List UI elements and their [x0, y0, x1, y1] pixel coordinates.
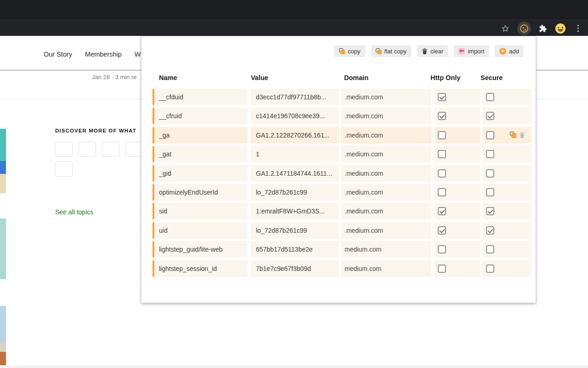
cookie-domain-cell[interactable]: .medium.com	[341, 203, 431, 219]
cookie-row[interactable]: _ga GA1.2.1228270266.161... .medium.com	[141, 127, 536, 144]
cookie-extension-icon[interactable]	[517, 22, 531, 35]
cookie-row[interactable]: __cfduid d3ecc1d77df97711b8b... .medium.…	[141, 89, 536, 105]
cookie-domain-cell[interactable]: .medium.com	[341, 146, 431, 162]
cookie-value-cell[interactable]: c1414e196708c9ee39...	[251, 108, 339, 124]
http-only-checkbox[interactable]	[438, 169, 446, 178]
cookie-row[interactable]: uid lo_72d87b261c99 .medium.com	[141, 222, 536, 239]
add-button[interactable]: + add	[495, 45, 524, 57]
secure-checkbox[interactable]	[486, 150, 494, 158]
cookie-value-cell[interactable]: lo_72d87b261c99	[251, 222, 339, 239]
row-delete-icon[interactable]	[519, 132, 525, 138]
article-image-sliver	[0, 218, 6, 279]
secure-checkbox[interactable]	[486, 169, 494, 178]
cookie-value-cell[interactable]: 7b1e7c9e67f3b09d	[251, 260, 339, 277]
topic-chip[interactable]	[55, 142, 73, 157]
clear-button[interactable]: clear	[417, 45, 448, 57]
cookie-value-cell[interactable]: 1:emraltF8W+GmD3S...	[251, 203, 339, 219]
cookie-value: 657bb17d5113be2e	[256, 246, 313, 253]
cookie-domain-cell[interactable]: .medium.com	[341, 127, 431, 144]
row-accent-bar	[153, 222, 154, 239]
cookie-value-cell[interactable]: 657bb17d5113be2e	[251, 241, 339, 258]
secure-checkbox[interactable]	[486, 245, 494, 253]
cookie-value-cell[interactable]: lo_72d87b261c99	[251, 184, 339, 201]
cookie-row[interactable]: lightstep_session_id 7b1e7c9e67f3b09d me…	[141, 260, 536, 277]
cookie-name-cell[interactable]: _gat	[153, 146, 248, 162]
secure-checkbox[interactable]	[486, 112, 494, 120]
cookie-row[interactable]: __cfruid c1414e196708c9ee39... .medium.c…	[141, 108, 536, 124]
popup-toolbar: copy flat copy clear import	[334, 45, 524, 57]
nav-our-story[interactable]: Our Story	[44, 51, 72, 58]
http-only-checkbox[interactable]	[438, 150, 446, 158]
row-accent-bar	[153, 203, 154, 219]
cookie-value-cell[interactable]: GA1.2.1471184744.1611...	[251, 165, 339, 182]
http-only-cell	[435, 184, 480, 201]
http-only-checkbox[interactable]	[438, 131, 446, 139]
cookie-name-cell[interactable]: optimizelyEndUserId	[153, 184, 248, 201]
cookie-domain-cell[interactable]: .medium.com	[341, 184, 431, 201]
cookie-name-cell[interactable]: lightstep_guid/lite-web	[153, 241, 248, 258]
cookie-domain-cell[interactable]: medium.com	[341, 260, 431, 277]
cookie-row[interactable]: optimizelyEndUserId lo_72d87b261c99 .med…	[141, 184, 536, 201]
import-button[interactable]: import	[454, 45, 489, 57]
cookie-name-cell[interactable]: uid	[153, 222, 248, 239]
browser-menu-icon[interactable]	[572, 23, 583, 34]
browser-chrome	[0, 0, 588, 36]
plus-icon: +	[499, 48, 506, 55]
cookie-row[interactable]: sid 1:emraltF8W+GmD3S... .medium.com	[141, 203, 536, 219]
http-only-cell	[435, 146, 480, 162]
http-only-checkbox[interactable]	[438, 112, 446, 120]
import-label: import	[468, 48, 484, 55]
topic-chip[interactable]	[125, 142, 143, 157]
flat-copy-button[interactable]: flat copy	[371, 45, 411, 57]
screen: Our Story Membership W Jan 28 · 3 min re…	[0, 0, 588, 368]
http-only-cell	[435, 165, 480, 182]
secure-checkbox[interactable]	[486, 207, 494, 215]
secure-checkbox[interactable]	[486, 131, 494, 139]
cookie-value-cell[interactable]: 1	[251, 146, 339, 162]
emoji-extension-icon[interactable]	[555, 23, 566, 34]
secure-checkbox[interactable]	[486, 226, 494, 235]
bookmark-star-icon[interactable]	[500, 23, 511, 34]
cookie-domain-cell[interactable]: .medium.com	[341, 222, 431, 239]
cookie-name-cell[interactable]: _ga	[153, 127, 248, 144]
secure-checkbox[interactable]	[486, 93, 494, 101]
cookie-domain-cell[interactable]: medium.com	[341, 241, 431, 258]
cookie-name-cell[interactable]: sid	[153, 203, 248, 219]
flat-copy-label: flat copy	[384, 48, 407, 55]
extensions-puzzle-icon[interactable]	[537, 23, 548, 34]
cookie-domain-cell[interactable]: .medium.com	[341, 89, 431, 105]
nav-write[interactable]: W	[135, 51, 141, 58]
http-only-checkbox[interactable]	[438, 188, 446, 196]
cookie-name-cell[interactable]: lightstep_session_id	[153, 260, 248, 277]
cookie-domain-cell[interactable]: .medium.com	[341, 108, 431, 124]
http-only-checkbox[interactable]	[438, 93, 446, 101]
see-all-topics-link[interactable]: See all topics	[55, 208, 93, 216]
cookie-name: _gid	[159, 170, 171, 177]
http-only-checkbox[interactable]	[438, 226, 446, 235]
cookie-name-cell[interactable]: _gid	[153, 165, 248, 182]
cookie-row[interactable]: _gat 1 .medium.com	[141, 146, 536, 162]
tab-strip	[0, 0, 588, 20]
topic-chip[interactable]	[102, 142, 119, 157]
copy-label: copy	[348, 48, 360, 55]
secure-checkbox[interactable]	[486, 188, 494, 196]
topic-chip[interactable]	[79, 142, 96, 157]
cookie-name-cell[interactable]: __cfruid	[153, 108, 248, 124]
cookie-value-cell[interactable]: GA1.2.1228270266.161...	[251, 127, 339, 144]
cookie-name: sid	[159, 207, 167, 215]
nav-membership[interactable]: Membership	[85, 51, 122, 58]
copy-button[interactable]: copy	[334, 45, 365, 57]
secure-checkbox[interactable]	[486, 264, 494, 273]
http-only-checkbox[interactable]	[438, 207, 446, 215]
cookie-domain: medium.com	[345, 265, 381, 272]
cookie-name-cell[interactable]: __cfduid	[153, 89, 248, 105]
cookie-row[interactable]: lightstep_guid/lite-web 657bb17d5113be2e…	[141, 241, 536, 258]
http-only-checkbox[interactable]	[438, 264, 446, 273]
cookie-row[interactable]: _gid GA1.2.1471184744.1611... .medium.co…	[141, 165, 536, 182]
cookie-domain-cell[interactable]: .medium.com	[341, 165, 431, 182]
http-only-checkbox[interactable]	[438, 245, 446, 253]
topic-chip[interactable]	[55, 161, 73, 177]
column-value: Value	[251, 74, 268, 81]
row-copy-icon[interactable]	[510, 132, 516, 138]
cookie-value-cell[interactable]: d3ecc1d77df97711b8b...	[251, 89, 339, 105]
